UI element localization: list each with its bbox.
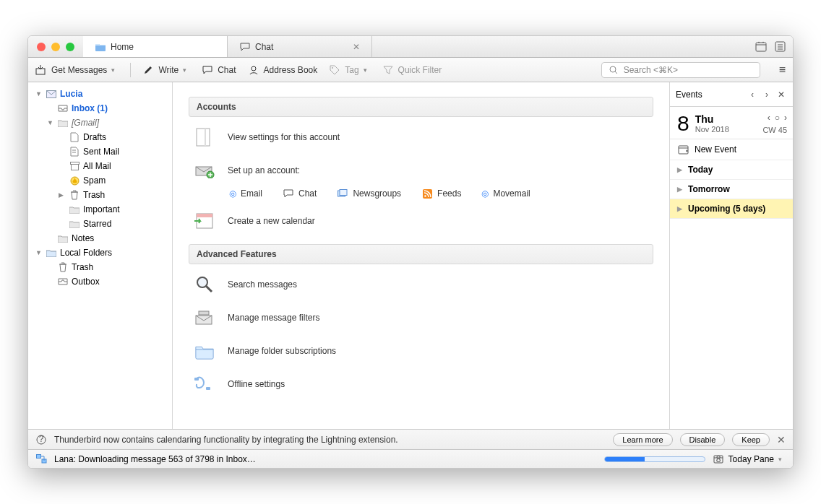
outbox-icon — [57, 276, 69, 287]
feeds-icon — [421, 188, 433, 199]
events-close-button[interactable]: ✕ — [775, 90, 787, 100]
search-messages-icon — [194, 274, 215, 295]
titlebar-right — [748, 36, 793, 57]
get-messages-button[interactable]: Get Messages ▾ — [35, 64, 119, 76]
app-window: Home Chat ✕ Get Messages ▾ Write ▾ — [27, 35, 794, 469]
message-filters-link[interactable]: Manage message filters — [194, 308, 653, 328]
svg-point-11 — [610, 66, 616, 72]
keep-button[interactable]: Keep — [732, 433, 770, 446]
day-number: 8 — [677, 113, 689, 134]
tab-close-icon[interactable]: ✕ — [353, 42, 360, 52]
newsgroups-icon — [337, 188, 348, 199]
offline-icon — [194, 374, 215, 394]
tag-button[interactable]: Tag ▾ — [329, 64, 370, 76]
main-toolbar: Get Messages ▾ Write ▾ Chat Address Book… — [28, 58, 793, 82]
svg-point-3 — [762, 42, 764, 43]
svg-rect-22 — [340, 190, 347, 196]
new-event-button[interactable]: New Event — [670, 139, 793, 160]
setup-feeds-link[interactable]: Feeds — [421, 188, 461, 199]
today-pane-toggle[interactable]: 8 Today Pane ▾ — [713, 453, 786, 465]
today-pane-icon: 8 — [713, 453, 724, 465]
chevron-down-icon: ▾ — [111, 66, 119, 74]
status-bar: Lana: Downloading message 563 of 3798 in… — [28, 449, 793, 468]
date-box: 8 Thu Nov 2018 ‹ ○ › CW 45 — [670, 107, 793, 139]
tab-home-label: Home — [111, 42, 134, 52]
chevron-down-icon: ▾ — [183, 66, 190, 74]
folder-icon — [95, 41, 106, 53]
events-header: Events ‹ › ✕ — [670, 82, 793, 107]
address-book-button[interactable]: Address Book — [248, 64, 318, 76]
events-prev-button[interactable]: ‹ — [747, 90, 758, 100]
filters-icon — [194, 308, 215, 328]
date-today-button[interactable]: ○ — [775, 113, 780, 123]
notes-row[interactable]: Notes — [28, 231, 172, 246]
toolbar-chat-button[interactable]: Chat — [202, 64, 236, 76]
movemail-icon: ◎ — [481, 188, 489, 199]
allmail-row[interactable]: All Mail — [28, 159, 172, 173]
svg-text:8: 8 — [715, 454, 721, 464]
setup-movemail-link[interactable]: ◎Movemail — [481, 188, 530, 199]
folder-tree: ▼Lucia Inbox (1) ▼[Gmail] Drafts Sent Ma… — [28, 82, 173, 429]
close-window-button[interactable] — [37, 43, 46, 51]
body: ▼Lucia Inbox (1) ▼[Gmail] Drafts Sent Ma… — [28, 82, 793, 429]
setup-chat-link[interactable]: Chat — [283, 188, 317, 199]
learn-more-button[interactable]: Learn more — [613, 433, 672, 446]
trash-row[interactable]: ▶Trash — [28, 188, 172, 202]
today-section[interactable]: ▶Today — [670, 160, 793, 180]
search-input[interactable]: Search <⌘K> — [601, 62, 760, 78]
minimize-window-button[interactable] — [51, 43, 60, 51]
upcoming-section[interactable]: ▶Upcoming (5 days) — [670, 199, 793, 219]
view-settings-link[interactable]: View settings for this account — [194, 127, 653, 147]
setup-newsgroups-link[interactable]: Newsgroups — [337, 188, 401, 199]
disable-button[interactable]: Disable — [680, 433, 726, 446]
local-folders-row[interactable]: ▼Local Folders — [28, 246, 172, 260]
quick-filter-button[interactable]: Quick Filter — [382, 64, 442, 76]
folder-subscriptions-link[interactable]: Manage folder subscriptions — [194, 341, 653, 361]
chevron-down-icon: ▾ — [778, 456, 786, 463]
month-year: Nov 2018 — [695, 125, 729, 134]
outbox-row[interactable]: Outbox — [28, 274, 172, 289]
folder-icon — [69, 204, 80, 215]
create-calendar-link[interactable]: Create a new calendar — [194, 211, 653, 231]
mail-account-icon — [46, 88, 57, 100]
svg-rect-18 — [205, 129, 206, 146]
day-of-week: Thu — [695, 113, 729, 125]
date-next-button[interactable]: › — [784, 113, 787, 123]
events-title: Events — [676, 90, 744, 100]
setup-email-link[interactable]: ◎Email — [229, 188, 262, 199]
tomorrow-section[interactable]: ▶Tomorrow — [670, 180, 793, 199]
write-button[interactable]: Write ▾ — [142, 64, 190, 76]
calendar-icon[interactable] — [755, 41, 767, 53]
folder-icon — [57, 117, 69, 129]
events-pane: Events ‹ › ✕ 8 Thu Nov 2018 ‹ ○ › CW 45 — [670, 82, 793, 429]
svg-point-9 — [252, 66, 256, 71]
tasks-icon[interactable] — [774, 41, 786, 53]
at-icon: ◎ — [229, 188, 236, 199]
app-menu-button[interactable]: ≡ — [779, 64, 786, 77]
zoom-window-button[interactable] — [66, 43, 74, 51]
events-next-button[interactable]: › — [761, 90, 773, 100]
account-row[interactable]: ▼Lucia — [28, 87, 172, 101]
gmail-folder-row[interactable]: ▼[Gmail] — [28, 116, 172, 130]
drafts-row[interactable]: Drafts — [28, 130, 172, 144]
folder-icon — [69, 218, 80, 230]
chat-icon — [239, 41, 251, 53]
local-trash-row[interactable]: Trash — [28, 260, 172, 274]
starred-row[interactable]: Starred — [28, 217, 172, 231]
offline-settings-link[interactable]: Offline settings — [194, 374, 653, 394]
notification-close-button[interactable]: ✕ — [777, 434, 786, 446]
tab-home[interactable]: Home — [83, 36, 228, 57]
accounts-heading: Accounts — [189, 97, 653, 117]
sent-row[interactable]: Sent Mail — [28, 144, 172, 159]
account-settings-icon — [194, 127, 215, 147]
filter-icon — [382, 64, 394, 76]
svg-rect-17 — [197, 129, 210, 146]
inbox-row[interactable]: Inbox (1) — [28, 101, 172, 116]
search-messages-link[interactable]: Search messages — [194, 274, 653, 295]
important-row[interactable]: Important — [28, 202, 172, 217]
notification-text: Thunderbird now contains calendaring fun… — [54, 435, 606, 445]
chevron-down-icon: ▾ — [364, 66, 371, 74]
tab-chat[interactable]: Chat ✕ — [228, 36, 372, 57]
spam-row[interactable]: Spam — [28, 173, 172, 188]
date-prev-button[interactable]: ‹ — [768, 113, 770, 123]
